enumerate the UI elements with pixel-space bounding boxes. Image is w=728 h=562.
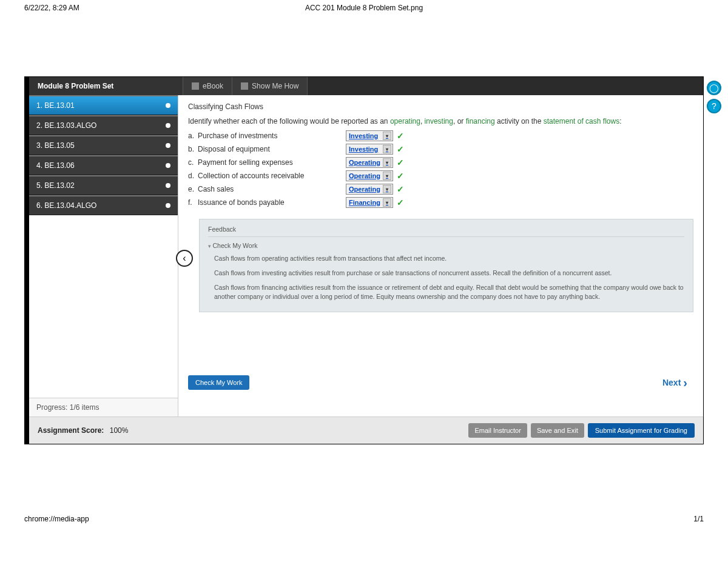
nav-item-1[interactable]: 1. BE.13.01	[29, 95, 178, 115]
right-tools: ◯ ?	[707, 81, 721, 113]
answer-dropdown[interactable]: Investing ▾	[346, 144, 393, 155]
nav-item-2[interactable]: 2. BE.13.03.ALGO	[29, 115, 178, 135]
print-page-number: 1/1	[693, 515, 704, 523]
chevron-down-icon: ▾	[383, 172, 391, 180]
question-row: c. Payment for selling expenses Operatin…	[188, 157, 693, 168]
link-operating[interactable]: operating	[390, 117, 420, 125]
question-text: Cash sales	[198, 185, 346, 193]
answer-dropdown[interactable]: Operating ▾	[346, 184, 393, 195]
link-statement-of-cash-flows[interactable]: statement of cash flows	[544, 117, 619, 125]
show-me-how-label: Show Me How	[252, 82, 298, 90]
nav-item-4[interactable]: 4. BE.13.06	[29, 155, 178, 175]
dropdown-value: Investing	[349, 132, 378, 139]
instruction-text: Identify whether each of the following w…	[188, 117, 693, 125]
ebook-button[interactable]: eBook	[183, 77, 232, 95]
answer-dropdown[interactable]: Operating ▾	[346, 170, 393, 181]
bottom-bar: Assignment Score: 100% Email Instructor …	[29, 416, 703, 444]
app-frame: ◯ ? Module 8 Problem Set eBook Show Me H…	[24, 76, 704, 444]
content-footer: Check My Work Next ›	[188, 367, 693, 397]
chevron-down-icon: ▾	[383, 145, 391, 153]
correct-check-icon: ✓	[397, 184, 404, 194]
feedback-text: Cash flows from operating activities res…	[214, 254, 684, 264]
nav-item-3[interactable]: 3. BE.13.05	[29, 135, 178, 155]
nav-item-label: 4. BE.13.06	[36, 161, 75, 170]
chevron-down-icon: ▾	[383, 198, 391, 207]
correct-check-icon: ✓	[397, 198, 404, 207]
dropdown-value: Investing	[349, 146, 378, 153]
dropdown-value: Operating	[349, 186, 380, 193]
question-row: f. Issuance of bonds payable Financing ▾…	[188, 197, 693, 208]
nav-item-label: 6. BE.13.04.ALGO	[36, 201, 96, 210]
chevron-right-icon: ›	[683, 378, 687, 387]
print-url: chrome://media-app	[24, 515, 89, 523]
bottom-actions: Email Instructor Save and Exit Submit As…	[468, 423, 695, 438]
status-dot-icon	[166, 143, 170, 148]
print-header: 6/22/22, 8:29 AM ACC 201 Module 8 Proble…	[0, 0, 728, 16]
answer-dropdown[interactable]: Investing ▾	[346, 130, 393, 141]
dropdown-value: Operating	[349, 159, 380, 166]
status-dot-icon	[166, 183, 170, 188]
module-title: Module 8 Problem Set	[29, 77, 183, 95]
chevron-left-icon: ‹	[183, 253, 186, 264]
dropdown-value: Operating	[349, 172, 380, 179]
collapse-sidebar-button[interactable]: ‹	[176, 250, 193, 267]
chevron-down-icon: ▾	[383, 132, 391, 140]
answer-dropdown[interactable]: Operating ▾	[346, 157, 393, 168]
progress-label: Progress:	[36, 403, 67, 412]
nav-item-6[interactable]: 6. BE.13.04.ALGO	[29, 195, 178, 215]
status-dot-icon	[166, 103, 170, 108]
feedback-panel: Feedback Check My Work Cash flows from o…	[199, 219, 693, 312]
next-button[interactable]: Next ›	[662, 378, 687, 387]
question-text: Collection of accounts receivable	[198, 172, 346, 180]
question-id: f.	[188, 198, 198, 207]
question-row: a. Purchase of investments Investing ▾ ✓	[188, 130, 693, 141]
question-nav: 1. BE.13.01 2. BE.13.03.ALGO 3. BE.13.05…	[29, 95, 178, 215]
question-heading: Classifying Cash Flows	[188, 102, 693, 111]
question-text: Issuance of bonds payable	[198, 198, 346, 207]
print-footer: chrome://media-app 1/1	[0, 511, 728, 527]
sidebar: 1. BE.13.01 2. BE.13.03.ALGO 3. BE.13.05…	[29, 95, 178, 416]
correct-check-icon: ✓	[397, 144, 404, 154]
question-text: Disposal of equipment	[198, 145, 346, 153]
feedback-title: Feedback	[208, 226, 684, 237]
score-label: Assignment Score:	[38, 426, 104, 435]
status-dot-icon	[166, 163, 170, 168]
feedback-text: Cash flows from financing activities res…	[214, 283, 684, 303]
correct-check-icon: ✓	[397, 131, 404, 141]
nav-item-label: 3. BE.13.05	[36, 141, 75, 150]
nav-item-label: 2. BE.13.03.ALGO	[36, 121, 96, 130]
link-investing[interactable]: investing	[425, 117, 453, 125]
feedback-text: Cash flows from investing activities res…	[214, 269, 684, 278]
topbar: Module 8 Problem Set eBook Show Me How	[29, 77, 703, 95]
feedback-subtitle[interactable]: Check My Work	[208, 242, 684, 249]
chevron-down-icon: ▾	[383, 158, 391, 167]
question-row: b. Disposal of equipment Investing ▾ ✓	[188, 144, 693, 155]
score-value: 100%	[110, 426, 129, 435]
link-financing[interactable]: financing	[466, 117, 495, 125]
nav-item-label: 1. BE.13.01	[36, 101, 75, 110]
question-text: Purchase of investments	[198, 132, 346, 140]
correct-check-icon: ✓	[397, 158, 404, 167]
answer-dropdown[interactable]: Financing ▾	[346, 197, 393, 208]
save-and-exit-button[interactable]: Save and Exit	[531, 423, 584, 438]
question-id: d.	[188, 172, 198, 180]
video-icon	[241, 82, 248, 90]
question-id: c.	[188, 158, 198, 167]
book-icon	[192, 82, 199, 90]
show-me-how-button[interactable]: Show Me How	[232, 77, 308, 95]
submit-assignment-button[interactable]: Submit Assignment for Grading	[588, 423, 695, 438]
headset-icon[interactable]: ◯	[707, 81, 721, 95]
assignment-score: Assignment Score: 100%	[38, 426, 128, 435]
print-timestamp: 6/22/22, 8:29 AM	[24, 4, 79, 12]
next-label: Next	[662, 378, 681, 387]
email-instructor-button[interactable]: Email Instructor	[468, 423, 527, 438]
chevron-down-icon: ▾	[383, 185, 391, 193]
check-my-work-button[interactable]: Check My Work	[188, 375, 249, 390]
correct-check-icon: ✓	[397, 171, 404, 181]
nav-item-5[interactable]: 5. BE.13.02	[29, 175, 178, 195]
progress-indicator: Progress: 1/6 items	[29, 398, 178, 416]
help-icon[interactable]: ?	[707, 99, 721, 113]
status-dot-icon	[166, 123, 170, 128]
question-row: d. Collection of accounts receivable Ope…	[188, 170, 693, 181]
progress-value: 1/6 items	[70, 403, 99, 412]
